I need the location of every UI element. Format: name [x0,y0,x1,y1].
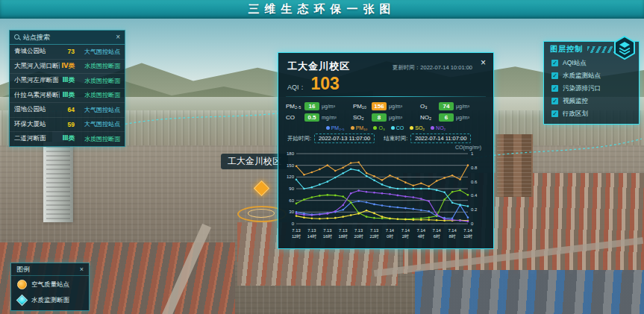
layer-item[interactable]: ✓视频监控 [544,95,639,107]
svg-text:7.14: 7.14 [417,228,426,233]
pollutant-unit: μg/m³ [456,104,469,109]
svg-text:7.13: 7.13 [307,228,316,233]
layer-label: 行政区划 [563,110,588,119]
svg-text:14时: 14时 [307,234,316,239]
legend-item: 水质监测断面 [11,292,89,307]
station-row[interactable]: 小黑河左岸断面Ⅲ类水质国控断面 [10,74,125,89]
pollutant-unit: μg/m³ [322,104,335,109]
svg-text:8时: 8时 [449,234,456,239]
legend-label: NO₂ [436,125,446,131]
pollutant-label: PM₂.₅ [286,103,302,110]
svg-text:4时: 4时 [418,234,425,239]
pollutant-value-badge: 0.5 [304,113,319,122]
start-time-input[interactable]: 2022-07-13 11:07:00 [314,134,375,143]
layer-item[interactable]: ✓水质监测站点 [544,69,639,82]
station-row[interactable]: 湿地公园站64大气国控站点 [10,103,125,118]
aqi-row: AQI： 103 [278,73,493,96]
svg-text:0.6: 0.6 [471,180,478,184]
legend-dot [410,126,413,130]
station-panel-header: 站点搜索 × [10,31,125,45]
checkbox-checked-icon[interactable]: ✓ [551,60,558,66]
pollutant-value-badge: 16 [304,102,319,110]
legend-panel-title: 图例 [16,265,80,274]
svg-text:7.13: 7.13 [339,228,347,233]
pollutant-label: CO [286,114,302,121]
station-row[interactable]: 环保大厦站59大气国控站点 [10,118,125,133]
legend-item[interactable]: O₃ [373,125,384,131]
svg-text:150: 150 [287,163,295,168]
station-value: 64 [60,106,75,113]
legend-item[interactable]: PM₁₀ [351,125,368,131]
layer-item[interactable]: ✓行政区划 [544,107,639,120]
svg-text:7.14: 7.14 [433,228,442,233]
svg-text:16时: 16时 [323,234,332,239]
legend-item[interactable]: SO₂ [410,125,425,131]
legend-item: 空气质量站点 [11,276,89,292]
update-time: 更新时间：2022-07-14 10:01:00 [393,64,472,72]
station-name: 环保大厦站 [14,120,60,129]
map-legend-panel: 图例 × 空气质量站点水质监测断面 [10,263,90,311]
svg-text:120: 120 [287,175,295,179]
checkbox-checked-icon[interactable]: ✓ [551,72,558,79]
highrise-towers [495,134,533,197]
series-line-CO [296,169,468,207]
close-icon[interactable]: × [80,266,84,273]
station-value: Ⅲ类 [60,76,75,85]
pollutant-label: NO₂ [420,114,437,121]
svg-text:0.2: 0.2 [471,207,478,212]
time-range-row: 开始时间: 2022-07-13 11:07:00 结束时间: 2022-07-… [278,131,493,144]
layer-label: 污染源排污口 [563,84,601,93]
pollutant-unit: μg/m³ [456,115,469,120]
pollutant-label: SO₂ [353,114,369,121]
legend-item[interactable]: CO [391,125,404,131]
legend-item[interactable]: NO₂ [431,125,446,131]
pollutant-unit: μg/m³ [389,104,402,109]
station-name: 什拉乌素河桥断面 [14,91,60,100]
legend-label: 水质监测断面 [31,296,69,305]
legend-label: CO [396,125,404,131]
close-icon[interactable]: × [481,58,486,67]
station-type: 大气国控站点 [78,48,120,56]
marker-glow-ring-inner [248,209,275,218]
layers-hexagon-icon[interactable] [612,35,637,60]
layer-item[interactable]: ✓污染源排污口 [544,82,639,95]
station-row[interactable]: 什拉乌素河桥断面Ⅲ类水质国控断面 [10,89,125,104]
station-row[interactable]: 青城公园站73大气国控站点 [10,45,125,60]
svg-text:10时: 10时 [463,234,472,239]
checkbox-checked-icon[interactable]: ✓ [551,98,558,104]
end-time-input[interactable]: 2022-07-14 11:07:00 [410,134,471,143]
legend-item[interactable]: PM₂.₅ [326,125,345,131]
station-name: 大黑河入湖口断面 [14,62,60,71]
aqi-label: AQI： [287,83,306,92]
svg-text:18时: 18时 [339,234,348,239]
water-section-icon [16,295,28,307]
station-value: 73 [60,48,75,55]
station-row[interactable]: 大黑河入湖口断面Ⅳ类水质国控断面 [10,60,125,75]
pollutant-label: O₃ [420,103,437,110]
start-time-group: 开始时间: 2022-07-13 11:07:00 [287,134,375,143]
station-row[interactable]: 二道河断面Ⅲ类水质国控断面 [10,132,125,146]
legend-dot [326,126,330,130]
svg-text:7.14: 7.14 [401,228,410,233]
svg-text:20时: 20时 [354,234,363,239]
station-name: 小黑河左岸断面 [14,76,60,85]
legend-label: SO₂ [415,125,425,131]
layer-list: ✓AQI站点✓水质监测站点✓污染源排污口✓视频监控✓行政区划 [544,57,639,120]
svg-text:0.8: 0.8 [471,166,478,170]
svg-text:22时: 22时 [369,234,378,239]
checkbox-checked-icon[interactable]: ✓ [551,110,558,117]
pollutant-unit: mg/m³ [322,115,337,120]
svg-text:2时: 2时 [402,234,409,239]
start-time-label: 开始时间: [287,135,311,142]
close-icon[interactable]: × [116,34,120,41]
trend-chart-svg: 030609012015018000.20.40.60.817.1312时7.1… [281,150,487,244]
pollutant-label: PM₁₀ [353,103,369,110]
pollutant-value-badge: 8 [372,113,387,122]
checkbox-checked-icon[interactable]: ✓ [551,85,558,92]
station-type: 水质国控断面 [78,91,120,99]
station-detail-popup: 工大金川校区 更新时间：2022-07-14 10:01:00 × AQI： 1… [278,52,494,249]
chart-legend: PM₂.₅PM₁₀O₃COSO₂NO₂ [278,122,493,131]
pollutant-unit: μg/m³ [389,115,402,120]
divider [286,96,486,97]
svg-text:30: 30 [289,210,294,214]
